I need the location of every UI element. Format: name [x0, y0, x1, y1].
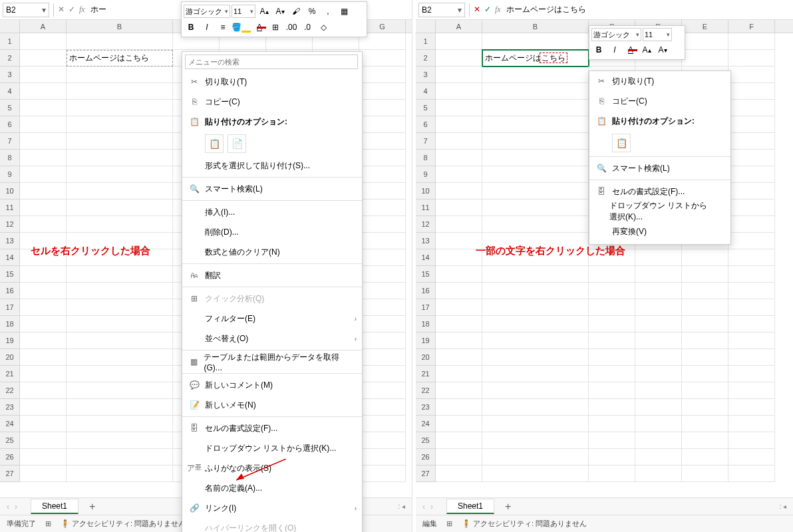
ctx-translate[interactable]: 🗛翻訳 [182, 265, 362, 285]
row-header[interactable]: 20 [0, 349, 20, 366]
macro-icon[interactable]: ⊞ [45, 519, 51, 528]
menu-search-input[interactable] [185, 55, 358, 69]
confirm-icon[interactable]: ✓ [484, 5, 491, 15]
next-sheet-icon[interactable]: › [430, 502, 433, 511]
macro-icon[interactable]: ⊞ [446, 519, 452, 528]
select-all-corner[interactable] [0, 20, 20, 33]
row-header[interactable]: 18 [0, 316, 20, 332]
ctx-sort[interactable]: 並べ替え(O)› [182, 329, 362, 348]
decrease-font-icon[interactable]: A▾ [655, 43, 670, 57]
formula-text[interactable]: ホー [85, 4, 106, 15]
ctx-filter[interactable]: フィルター(E)› [182, 309, 362, 329]
row-header[interactable]: 15 [416, 266, 436, 283]
row-header[interactable]: 6 [416, 116, 436, 133]
ctx-format-cells[interactable]: 🗄セルの書式設定(F)... [589, 182, 730, 201]
paste-icon[interactable]: 📋 [612, 134, 631, 152]
ctx-define-name[interactable]: 名前の定義(A)... [182, 478, 362, 498]
row-header[interactable]: 2 [416, 50, 436, 66]
font-select[interactable]: 游ゴシック▾ [184, 5, 230, 18]
align-icon[interactable]: ≡ [216, 20, 230, 35]
row-header[interactable]: 24 [0, 416, 20, 432]
row-header[interactable]: 5 [416, 100, 436, 116]
increase-font-icon[interactable]: A▴ [639, 43, 654, 57]
sheet-tab[interactable]: Sheet1 [31, 499, 79, 514]
prev-sheet-icon[interactable]: ‹ [422, 502, 425, 511]
row-header[interactable]: 19 [0, 332, 20, 349]
ctx-cut[interactable]: ✂切り取り(T) [182, 72, 362, 92]
row-header[interactable]: 7 [416, 133, 436, 150]
row-header[interactable]: 21 [0, 366, 20, 382]
fill-color-icon[interactable]: 🪣 [232, 20, 251, 35]
font-select[interactable]: 游ゴシック▾ [591, 28, 641, 41]
accessibility-status[interactable]: 🧍 アクセシビリティ: 問題ありません [462, 519, 587, 529]
ctx-furigana[interactable]: ア亜ふりがなの表示(S) [182, 458, 362, 478]
row-header[interactable]: 1 [0, 33, 20, 50]
row-header[interactable]: 10 [0, 183, 20, 200]
row-header[interactable]: 8 [0, 150, 20, 166]
row-header[interactable]: 7 [0, 133, 20, 150]
formula-text[interactable]: ホームページはこちら [501, 4, 586, 15]
row-header[interactable]: 18 [416, 316, 436, 332]
border-icon[interactable]: ⊞ [268, 20, 283, 35]
confirm-icon[interactable]: ✓ [69, 5, 75, 15]
italic-icon[interactable]: I [200, 20, 214, 35]
row-header[interactable]: 13 [0, 233, 20, 249]
row-header[interactable]: 20 [416, 349, 436, 366]
row-header[interactable]: 14 [416, 249, 436, 266]
ctx-copy[interactable]: ⎘コピー(C) [182, 92, 362, 112]
row-header[interactable]: 14 [0, 249, 20, 266]
row-header[interactable]: 10 [416, 183, 436, 200]
paste-values-icon[interactable]: 📄 [228, 134, 246, 153]
prev-sheet-icon[interactable]: ‹ [7, 502, 9, 511]
col-header[interactable]: B [482, 20, 589, 33]
font-color-icon[interactable]: A [623, 43, 638, 57]
row-header[interactable]: 4 [0, 83, 20, 100]
row-header[interactable]: 8 [416, 150, 436, 166]
cell-b2-editing[interactable]: ホームページはこちら [482, 50, 589, 66]
comma-icon[interactable]: , [321, 4, 335, 19]
row-header[interactable]: 2 [0, 50, 20, 66]
cancel-icon[interactable]: ✕ [474, 5, 480, 15]
font-size-select[interactable]: 11▾ [643, 28, 672, 41]
row-header[interactable]: 12 [0, 216, 20, 233]
row-header[interactable]: 15 [0, 266, 20, 283]
ctx-smart-lookup[interactable]: 🔍スマート検索(L) [589, 158, 730, 178]
row-header[interactable]: 27 [416, 466, 436, 482]
row-header[interactable]: 22 [416, 382, 436, 399]
row-header[interactable]: 5 [0, 100, 20, 116]
add-sheet-icon[interactable]: + [79, 501, 106, 513]
row-header[interactable]: 17 [416, 299, 436, 316]
row-header[interactable]: 22 [0, 382, 20, 399]
row-header[interactable]: 11 [0, 200, 20, 216]
col-header[interactable]: F [728, 20, 775, 33]
row-header[interactable]: 3 [0, 66, 20, 83]
clear-format-icon[interactable]: ◇ [316, 20, 331, 35]
add-sheet-icon[interactable]: + [494, 501, 522, 513]
ctx-smart-lookup[interactable]: 🔍スマート検索(L) [182, 179, 362, 199]
ctx-paste-special[interactable]: 形式を選択して貼り付け(S)... [182, 156, 362, 176]
fx-icon[interactable]: fx [495, 5, 501, 15]
row-header[interactable]: 16 [0, 283, 20, 299]
row-header[interactable]: 23 [0, 399, 20, 416]
format-painter-icon[interactable]: 🖌 [289, 4, 303, 19]
row-header[interactable]: 4 [416, 83, 436, 100]
sheet-tab[interactable]: Sheet1 [446, 499, 494, 514]
row-header[interactable]: 27 [0, 466, 20, 482]
bold-icon[interactable]: B [184, 20, 198, 35]
ctx-delete[interactable]: 削除(D)... [182, 222, 362, 242]
row-header[interactable]: 6 [0, 116, 20, 133]
row-header[interactable]: 13 [416, 233, 436, 249]
row-header[interactable]: 25 [416, 432, 436, 449]
font-size-select[interactable]: 11▾ [232, 5, 255, 18]
row-header[interactable]: 17 [0, 299, 20, 316]
col-header[interactable]: B [67, 20, 173, 33]
fx-icon[interactable]: fx [79, 5, 85, 15]
ctx-format-cells[interactable]: 🗄セルの書式設定(F)... [182, 418, 362, 438]
ctx-copy[interactable]: ⎘コピー(C) [589, 91, 730, 111]
increase-decimal-icon[interactable]: .00 [284, 20, 299, 35]
row-header[interactable]: 16 [416, 283, 436, 299]
row-header[interactable]: 1 [416, 33, 436, 50]
italic-icon[interactable]: I [607, 43, 622, 57]
row-header[interactable]: 24 [416, 416, 436, 432]
font-color-icon[interactable]: A [252, 20, 267, 35]
